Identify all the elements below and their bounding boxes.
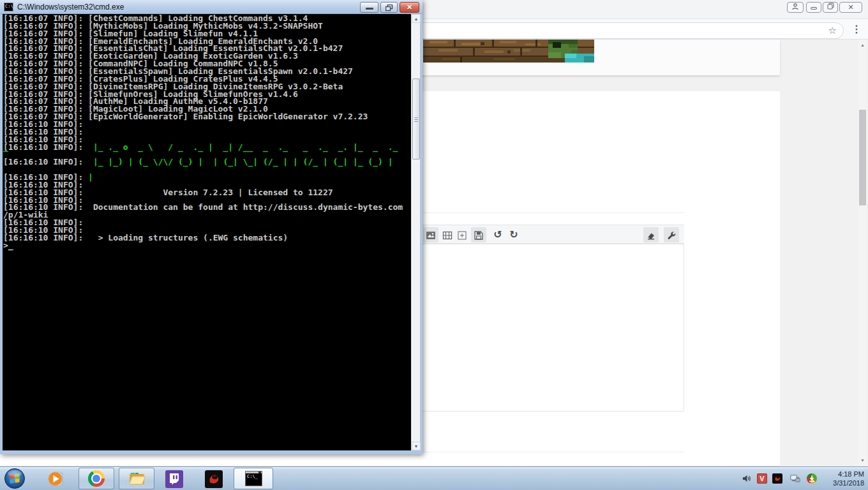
insert-media-button[interactable] (440, 227, 455, 242)
taskbar-item-chrome[interactable] (79, 468, 114, 489)
cmd-close-button[interactable]: ✕ (400, 2, 419, 13)
taskbar-item-twitch[interactable] (165, 470, 184, 490)
console-viewport[interactable]: [16:16:07 INFO]: [ChestCommands] Loading… (3, 14, 411, 450)
close-icon: ✕ (848, 3, 853, 11)
console-output: [16:16:07 INFO]: [ChestCommands] Loading… (3, 15, 403, 249)
cmd-minimize-button[interactable] (360, 2, 378, 13)
scroll-up-icon: ▲ (414, 17, 419, 21)
network-icon[interactable] (790, 473, 800, 484)
cmd-restore-button[interactable] (380, 2, 398, 13)
scroll-down-icon[interactable]: ▼ (858, 456, 867, 465)
image-icon (426, 230, 436, 241)
garena-icon (204, 470, 223, 489)
browser-close-button[interactable]: ✕ (839, 2, 862, 13)
desktop: ✕ ☆ ⋮ (0, 0, 868, 490)
restore-icon (385, 4, 393, 11)
close-icon: ✕ (407, 3, 412, 11)
minimize-icon (811, 7, 817, 10)
minimize-icon (366, 8, 373, 10)
insert-cell-button[interactable] (454, 227, 470, 242)
start-button[interactable] (4, 468, 26, 490)
taskbar-item-wmp[interactable] (48, 470, 65, 490)
add-box-icon (457, 230, 467, 241)
wmp-icon (48, 470, 65, 487)
browser-restore-button[interactable] (823, 2, 838, 13)
clock-time: 4:18 PM (819, 470, 864, 479)
cmd-taskbar-icon: C:\_ (245, 471, 262, 486)
save-draft-button[interactable] (471, 227, 486, 242)
page-scrollbar[interactable]: ▲ ▼ (858, 40, 867, 466)
folder-icon (128, 470, 146, 487)
clock-date: 3/31/2018 (819, 479, 864, 487)
wrench-icon (666, 230, 677, 241)
redo-button[interactable]: ↻ (506, 227, 521, 242)
system-tray: V 4:18 PM 3/31/2018 (731, 467, 868, 490)
taskbar: C:\_ V 4:18 PM (0, 466, 868, 490)
taskbar-clock[interactable]: 4:18 PM 3/31/2018 (819, 470, 864, 487)
vietkey-icon[interactable]: V (757, 473, 767, 484)
taskbar-item-explorer[interactable] (119, 468, 154, 489)
scroll-up-icon[interactable]: ▲ (858, 41, 867, 50)
insert-image-button[interactable] (423, 227, 438, 242)
settings-wrench-button[interactable] (664, 227, 679, 242)
windows-start-icon (4, 468, 26, 489)
eraser-button[interactable] (643, 227, 659, 242)
browser-menu-icon[interactable]: ⋮ (851, 23, 862, 38)
volume-icon[interactable] (742, 473, 752, 484)
cmd-window-title: C:\Windows\system32\cmd.exe (17, 3, 124, 11)
browser-profile-button[interactable] (787, 2, 804, 13)
eraser-icon (646, 230, 656, 241)
page-scrollbar-thumb[interactable] (859, 110, 866, 205)
scrollbar-grip (414, 117, 418, 122)
film-icon (442, 230, 453, 241)
restore-icon (827, 3, 834, 10)
address-bar[interactable]: ☆ (382, 22, 844, 39)
chrome-icon (88, 470, 105, 487)
save-icon (474, 230, 484, 241)
browser-minimize-button[interactable] (806, 2, 821, 13)
console-scrollbar[interactable]: ▲ ▼ (411, 14, 420, 450)
minecraft-banner-image[interactable] (423, 40, 594, 63)
console-scroll-down-button[interactable]: ▼ (412, 442, 421, 450)
garena-tray-icon[interactable] (772, 473, 782, 484)
cmd-title-bar[interactable]: C:\_ C:\Windows\system32\cmd.exe ✕ (0, 0, 423, 14)
undo-button[interactable]: ↺ (490, 227, 505, 242)
cmd-window: C:\_ C:\Windows\system32\cmd.exe ✕ [16:1… (0, 0, 423, 454)
bookmark-star-icon[interactable]: ☆ (828, 25, 837, 36)
console-scrollbar-thumb[interactable] (412, 78, 420, 160)
idm-icon[interactable] (807, 473, 817, 484)
person-icon (791, 3, 799, 10)
twitch-icon (165, 470, 184, 489)
cmd-window-icon: C:\_ (4, 3, 13, 11)
taskbar-item-cmd[interactable]: C:\_ (234, 468, 273, 489)
console-scroll-up-button[interactable]: ▲ (412, 14, 421, 23)
taskbar-item-garena[interactable] (204, 470, 223, 490)
scroll-down-icon: ▼ (414, 444, 419, 449)
